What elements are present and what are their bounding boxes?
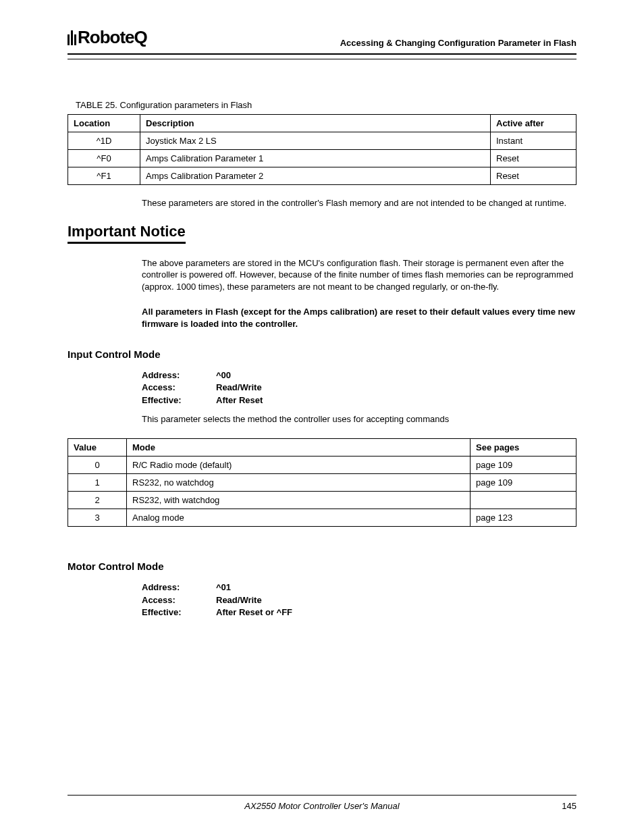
cell-value: 2 bbox=[68, 492, 127, 509]
table-row: 2 RS232, with watchdog bbox=[68, 492, 576, 509]
table-row: ^1D Joystick Max 2 LS Instant bbox=[68, 132, 576, 150]
notice-bold-paragraph: All parameters in Flash (except for the … bbox=[142, 306, 576, 330]
cell-description: Amps Calibration Parameter 1 bbox=[140, 150, 491, 167]
cell-value: 3 bbox=[68, 509, 127, 527]
kv-access: Access: Read/Write bbox=[142, 594, 576, 606]
col-value: Value bbox=[68, 439, 127, 457]
important-notice-heading: Important Notice bbox=[68, 223, 186, 244]
col-location: Location bbox=[68, 115, 140, 132]
cell-description: Joystick Max 2 LS bbox=[140, 132, 491, 150]
cell-pages bbox=[471, 492, 576, 509]
cell-location: ^F1 bbox=[68, 167, 140, 185]
kv-effective: Effective: After Reset or ^FF bbox=[142, 606, 576, 619]
kv-label: Access: bbox=[142, 594, 216, 606]
motor-mode-properties: Address: ^01 Access: Read/Write Effectiv… bbox=[142, 581, 576, 619]
cell-pages: page 109 bbox=[471, 457, 576, 474]
notice-paragraph: The above parameters are stored in the M… bbox=[142, 257, 576, 293]
config-params-table: Location Description Active after ^1D Jo… bbox=[68, 114, 576, 185]
kv-effective: Effective: After Reset bbox=[142, 394, 576, 407]
kv-value: After Reset bbox=[216, 394, 263, 407]
table-row: 0 R/C Radio mode (default) page 109 bbox=[68, 457, 576, 474]
cell-value: 0 bbox=[68, 457, 127, 474]
table-header-row: Location Description Active after bbox=[68, 115, 576, 132]
kv-label: Address: bbox=[142, 369, 216, 382]
table-row: 1 RS232, no watchdog page 109 bbox=[68, 474, 576, 492]
cell-location: ^1D bbox=[68, 132, 140, 150]
table-header-row: Value Mode See pages bbox=[68, 439, 576, 457]
table-row: ^F1 Amps Calibration Parameter 2 Reset bbox=[68, 167, 576, 185]
kv-value: ^00 bbox=[216, 369, 231, 382]
cell-active: Reset bbox=[491, 167, 576, 185]
input-control-mode-heading: Input Control Mode bbox=[68, 348, 576, 360]
cell-mode: Analog mode bbox=[127, 509, 471, 527]
cell-active: Reset bbox=[491, 150, 576, 167]
cell-value: 1 bbox=[68, 474, 127, 492]
input-mode-description: This parameter selects the method the co… bbox=[142, 413, 576, 425]
page-number: 145 bbox=[543, 801, 576, 811]
col-mode: Mode bbox=[127, 439, 471, 457]
cell-mode: RS232, with watchdog bbox=[127, 492, 471, 509]
header-rule bbox=[68, 59, 576, 59]
input-mode-properties: Address: ^00 Access: Read/Write Effectiv… bbox=[142, 369, 576, 407]
kv-label: Effective: bbox=[142, 394, 216, 407]
cell-mode: R/C Radio mode (default) bbox=[127, 457, 471, 474]
col-active-after: Active after bbox=[491, 115, 576, 132]
kv-access: Access: Read/Write bbox=[142, 382, 576, 394]
cell-mode: RS232, no watchdog bbox=[127, 474, 471, 492]
table-caption: TABLE 25. Configuration parameters in Fl… bbox=[76, 100, 576, 110]
brand-logo: RoboteQ bbox=[68, 27, 147, 48]
cell-pages: page 109 bbox=[471, 474, 576, 492]
col-description: Description bbox=[140, 115, 491, 132]
kv-value: After Reset or ^FF bbox=[216, 606, 292, 619]
brand-name: RoboteQ bbox=[78, 27, 147, 48]
kv-label: Address: bbox=[142, 581, 216, 594]
kv-label: Access: bbox=[142, 382, 216, 394]
cell-active: Instant bbox=[491, 132, 576, 150]
header-title: Accessing & Changing Configuration Param… bbox=[340, 38, 576, 48]
col-see-pages: See pages bbox=[471, 439, 576, 457]
input-mode-table: Value Mode See pages 0 R/C Radio mode (d… bbox=[68, 438, 576, 527]
kv-address: Address: ^00 bbox=[142, 369, 576, 382]
caption-text: Configuration parameters in Flash bbox=[120, 100, 252, 110]
page-footer: AX2550 Motor Controller User's Manual 14… bbox=[68, 795, 576, 811]
page-header: RoboteQ Accessing & Changing Configurati… bbox=[68, 27, 576, 55]
caption-prefix: TABLE 25. bbox=[76, 100, 120, 110]
cell-description: Amps Calibration Parameter 2 bbox=[140, 167, 491, 185]
logo-bars-icon bbox=[68, 30, 76, 45]
cell-location: ^F0 bbox=[68, 150, 140, 167]
paragraph: These parameters are stored in the contr… bbox=[142, 197, 576, 209]
table-row: ^F0 Amps Calibration Parameter 1 Reset bbox=[68, 150, 576, 167]
table-row: 3 Analog mode page 123 bbox=[68, 509, 576, 527]
kv-address: Address: ^01 bbox=[142, 581, 576, 594]
footer-title: AX2550 Motor Controller User's Manual bbox=[101, 801, 543, 811]
cell-pages: page 123 bbox=[471, 509, 576, 527]
kv-value: Read/Write bbox=[216, 382, 262, 394]
kv-label: Effective: bbox=[142, 606, 216, 619]
kv-value: Read/Write bbox=[216, 594, 262, 606]
page: RoboteQ Accessing & Changing Configurati… bbox=[0, 0, 644, 834]
motor-control-mode-heading: Motor Control Mode bbox=[68, 561, 576, 572]
kv-value: ^01 bbox=[216, 581, 231, 594]
